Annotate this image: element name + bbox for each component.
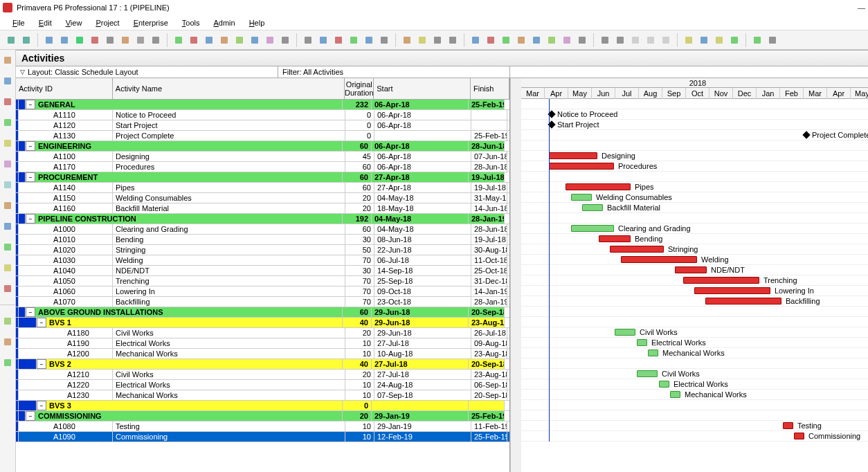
dropdown6-icon[interactable] bbox=[766, 33, 779, 47]
table-row[interactable]: A1140Pipes6027-Apr-1819-Jul-18 bbox=[16, 183, 509, 193]
dropdown5-icon[interactable] bbox=[575, 33, 589, 47]
gantt-bar[interactable] bbox=[549, 152, 597, 159]
activity-usage-icon[interactable] bbox=[202, 33, 216, 47]
gantt-bar[interactable] bbox=[599, 235, 631, 242]
layout-chooser[interactable]: ▽ Layout: Classic Schedule Layout bbox=[16, 66, 278, 78]
menu-project[interactable]: Project bbox=[90, 17, 125, 28]
tracking-icon[interactable] bbox=[0, 115, 15, 130]
table-row[interactable]: A1210Civil Works2027-Jul-1823-Aug-18 bbox=[16, 370, 509, 380]
table-row[interactable]: A1070Backfilling7023-Oct-1828-Jan-19 bbox=[16, 297, 509, 307]
collapse-icon[interactable]: − bbox=[26, 214, 35, 224]
filter-icon[interactable] bbox=[362, 33, 376, 47]
gantt-bar[interactable] bbox=[794, 433, 804, 439]
col-finish[interactable]: Finish bbox=[471, 78, 509, 99]
print-preview-icon[interactable] bbox=[19, 33, 33, 47]
print-icon[interactable] bbox=[4, 33, 18, 47]
table-row[interactable]: A1110Notice to Proceed006-Apr-18 bbox=[16, 110, 509, 120]
gantt-bar[interactable] bbox=[783, 422, 793, 429]
menu-view[interactable]: View bbox=[60, 17, 88, 28]
projects-icon[interactable] bbox=[0, 53, 15, 68]
menu-help[interactable]: Help bbox=[244, 17, 271, 28]
summarize-icon[interactable] bbox=[560, 33, 574, 47]
collapse-icon[interactable]: − bbox=[37, 401, 46, 410]
calc-icon[interactable] bbox=[0, 334, 15, 350]
minimize-button[interactable]: — bbox=[858, 3, 865, 12]
spreadsheet-icon[interactable] bbox=[248, 33, 262, 47]
gantt-bar[interactable] bbox=[705, 298, 781, 305]
table-row[interactable]: −ABOVE GROUND INSTALLATIONS6029-Jun-1820… bbox=[16, 307, 509, 318]
col-start[interactable]: Start bbox=[374, 78, 471, 99]
claim-digger-icon[interactable] bbox=[514, 33, 528, 47]
profile-icon[interactable] bbox=[233, 33, 246, 47]
zoom-in-icon[interactable] bbox=[598, 33, 612, 47]
layout-bottom-icon[interactable] bbox=[57, 33, 71, 47]
line-number-icon[interactable] bbox=[431, 33, 444, 47]
dropdown3-icon[interactable] bbox=[377, 33, 391, 47]
trace-logic-icon[interactable] bbox=[187, 33, 201, 47]
table-row[interactable]: −GENERAL23206-Apr-1825-Feb-19 bbox=[16, 100, 509, 110]
table-row[interactable]: A1160Backfill Material2018-May-1814-Jun-… bbox=[16, 203, 509, 214]
gantt-bar[interactable] bbox=[549, 163, 614, 170]
store-period-icon[interactable] bbox=[545, 33, 559, 47]
assignments-icon[interactable] bbox=[0, 177, 15, 192]
expenses-icon[interactable] bbox=[0, 219, 15, 234]
global-change-icon[interactable] bbox=[499, 33, 513, 47]
web-icon[interactable] bbox=[750, 33, 764, 47]
menu-edit[interactable]: Edit bbox=[33, 17, 57, 28]
table-row[interactable]: A1010Bending3008-Jun-1819-Jul-18 bbox=[16, 235, 509, 245]
table-row[interactable]: A1060Lowering In7009-Oct-1814-Jan-19 bbox=[16, 287, 509, 297]
wps-icon[interactable] bbox=[118, 33, 132, 47]
table-row[interactable]: A1090Commissioning1012-Feb-1925-Feb-19 bbox=[16, 432, 509, 442]
col-activity-name[interactable]: Activity Name bbox=[113, 78, 345, 99]
layout-top-icon[interactable] bbox=[42, 33, 56, 47]
table-row[interactable]: A1150Welding Consumables2004-May-1831-Ma… bbox=[16, 193, 509, 203]
issues-icon[interactable] bbox=[0, 260, 15, 275]
fullscreen-icon[interactable] bbox=[644, 33, 658, 47]
table-row[interactable]: A1230Mechanical Works1007-Sep-1820-Sep-1… bbox=[16, 390, 509, 401]
thresholds-icon[interactable] bbox=[0, 239, 15, 255]
relationship-icon[interactable] bbox=[103, 33, 117, 47]
refresh-icon[interactable] bbox=[0, 355, 15, 370]
table-row[interactable]: A1030Welding7006-Jul-1811-Oct-18 bbox=[16, 255, 509, 266]
gantt-bar[interactable] bbox=[621, 256, 697, 263]
filter-display[interactable]: Filter: All Activities bbox=[278, 66, 510, 78]
dropdown4-icon[interactable] bbox=[446, 33, 460, 47]
group-icon[interactable] bbox=[347, 33, 361, 47]
collapse-icon[interactable]: − bbox=[26, 141, 35, 151]
progress-icon[interactable] bbox=[400, 33, 414, 47]
schedule-icon[interactable] bbox=[469, 33, 482, 47]
table-row[interactable]: −BVS 30 bbox=[16, 401, 509, 411]
gantt-bar[interactable] bbox=[615, 329, 635, 336]
table-row[interactable]: A1050Trenching7025-Sep-1831-Dec-18 bbox=[16, 276, 509, 287]
bars-icon[interactable] bbox=[332, 33, 345, 47]
risks-icon[interactable] bbox=[0, 281, 15, 296]
wbs-side-icon[interactable] bbox=[0, 136, 15, 151]
gantt-bar[interactable] bbox=[637, 370, 658, 377]
table-row[interactable]: −ENGINEERING6006-Apr-1828-Jun-18 bbox=[16, 141, 509, 152]
gantt-bar[interactable] bbox=[571, 225, 614, 232]
table-row[interactable]: A1120Start Project006-Apr-18 bbox=[16, 120, 509, 131]
menu-enterprise[interactable]: Enterprise bbox=[128, 17, 174, 28]
collapse-icon[interactable]: − bbox=[37, 318, 46, 327]
milestone-icon[interactable] bbox=[802, 131, 810, 138]
table-row[interactable]: −BVS 14029-Jun-1823-Aug-18 bbox=[16, 318, 509, 328]
lock-icon[interactable] bbox=[659, 33, 673, 47]
gantt-icon[interactable] bbox=[172, 33, 186, 47]
gantt-bar[interactable] bbox=[670, 391, 680, 398]
gantt-bar[interactable] bbox=[675, 266, 707, 273]
wbs-icon[interactable] bbox=[73, 33, 87, 47]
level-icon[interactable] bbox=[484, 33, 498, 47]
table-row[interactable]: A1040NDE/NDT3014-Sep-1825-Oct-18 bbox=[16, 266, 509, 276]
comment-icon[interactable] bbox=[712, 33, 726, 47]
gantt-bar[interactable] bbox=[566, 183, 631, 190]
table-row[interactable]: A1220Electrical Works1024-Aug-1806-Sep-1… bbox=[16, 380, 509, 390]
gantt-bar[interactable] bbox=[571, 194, 592, 201]
table-row[interactable]: A1020Stringing5022-Jun-1830-Aug-18 bbox=[16, 245, 509, 255]
table-row[interactable]: A1080Testing1029-Jan-1911-Feb-19 bbox=[16, 421, 509, 432]
table-row[interactable]: −COMMISSIONING2029-Jan-1925-Feb-19 bbox=[16, 411, 509, 421]
gantt-bar[interactable] bbox=[694, 287, 770, 294]
collapse-icon[interactable]: − bbox=[26, 307, 35, 317]
gantt-bar[interactable] bbox=[582, 204, 603, 211]
gantt-bar[interactable] bbox=[659, 381, 669, 388]
table-row[interactable]: A1170Procedures6006-Apr-1828-Jun-18 bbox=[16, 162, 509, 172]
